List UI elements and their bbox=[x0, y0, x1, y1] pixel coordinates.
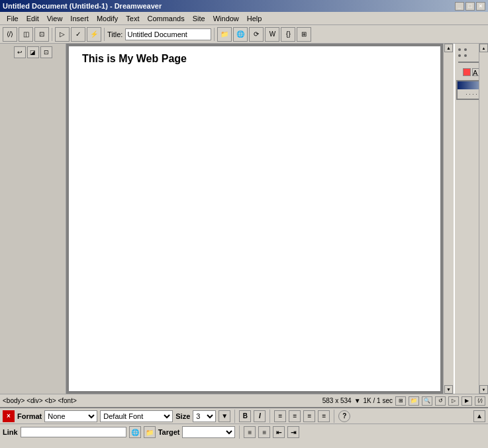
toolbar-separator-1 bbox=[52, 28, 52, 41]
browser-button[interactable]: ▷ bbox=[55, 27, 70, 42]
debug-button[interactable]: ⟳ bbox=[249, 27, 264, 42]
window-title: Untitled Document (Untitled-1) - Dreamwe… bbox=[3, 2, 455, 10]
far-right-panel: A × · · · · ▲ ▼ bbox=[454, 44, 488, 394]
right-scrollbar: ▲ ▼ bbox=[443, 44, 454, 394]
validate-button[interactable]: ✓ bbox=[71, 27, 85, 42]
status-btn-4[interactable]: ↺ bbox=[435, 396, 446, 406]
check-links-button[interactable]: ⚡ bbox=[87, 27, 101, 42]
scroll-track[interactable] bbox=[444, 52, 454, 385]
status-btn-3[interactable]: 🔍 bbox=[422, 396, 432, 406]
format-label: Format bbox=[17, 412, 42, 420]
menu-modify[interactable]: Modify bbox=[93, 13, 122, 24]
target-select[interactable] bbox=[182, 426, 235, 438]
properties-bar: × Format None Paragraph Heading 1 Headin… bbox=[0, 407, 488, 440]
menu-commands[interactable]: Commands bbox=[143, 13, 188, 24]
align-right-button[interactable]: ≡ bbox=[303, 410, 315, 422]
view-design-button[interactable]: ⊡ bbox=[34, 27, 49, 42]
toolbar-separator-3 bbox=[214, 28, 215, 41]
menu-bar: File Edit View Insert Modify Text Comman… bbox=[0, 12, 488, 25]
main-area: ↩ ◪ ⊡ This is My Web Page ▲ ▼ bbox=[0, 44, 488, 394]
menu-window[interactable]: Window bbox=[209, 13, 243, 24]
view-code-button[interactable]: ⟨/⟩ bbox=[3, 27, 17, 42]
far-right-scrollbar: ▲ ▼ bbox=[479, 44, 488, 394]
title-bar: Untitled Document (Untitled-1) - Dreamwe… bbox=[0, 0, 488, 12]
prop-sep4 bbox=[239, 426, 240, 439]
format-select[interactable]: None Paragraph Heading 1 Heading 2 bbox=[44, 410, 97, 422]
left-panel: ↩ ◪ ⊡ bbox=[0, 44, 66, 394]
menu-insert[interactable]: Insert bbox=[66, 13, 93, 24]
maximize-button[interactable]: □ bbox=[465, 2, 475, 11]
menu-help[interactable]: Help bbox=[243, 13, 266, 24]
mini-panel-text: · · · · bbox=[465, 91, 477, 97]
status-btn-6[interactable]: ▶ bbox=[462, 396, 472, 406]
bold-button[interactable]: B bbox=[239, 410, 251, 422]
menu-site[interactable]: Site bbox=[189, 13, 209, 24]
document-area[interactable]: This is My Web Page bbox=[66, 44, 443, 394]
expand-panel: ▲ bbox=[353, 410, 485, 422]
menu-text[interactable]: Text bbox=[122, 13, 143, 24]
minimize-button[interactable]: _ bbox=[455, 2, 464, 11]
align-left-button[interactable]: ≡ bbox=[274, 410, 286, 422]
visual-aids-button[interactable]: ⊞ bbox=[297, 27, 311, 42]
color-red[interactable] bbox=[463, 68, 471, 76]
help-button[interactable]: ? bbox=[338, 410, 350, 422]
status-right: 583 x 534 ▼ 1K / 1 sec ⊞ 📁 🔍 ↺ ▷ ▶ ⟨/⟩ bbox=[322, 396, 485, 406]
font-select[interactable]: Default Font Arial bbox=[100, 410, 173, 422]
status-btn-5[interactable]: ▷ bbox=[448, 396, 459, 406]
w3c-button[interactable]: W bbox=[265, 27, 279, 42]
italic-button[interactable]: I bbox=[254, 410, 266, 422]
status-btn-1[interactable]: ⊞ bbox=[395, 396, 406, 406]
far-scroll-down[interactable]: ▼ bbox=[479, 385, 488, 394]
indent-in-button[interactable]: ⇥ bbox=[287, 426, 299, 438]
document-canvas[interactable]: This is My Web Page bbox=[69, 46, 440, 391]
scroll-up-button[interactable]: ▲ bbox=[444, 44, 453, 52]
tag-breadcrumb: <body> <div> <b> <font> bbox=[3, 397, 322, 404]
close-button[interactable]: × bbox=[476, 2, 485, 11]
target-label: Target bbox=[158, 428, 180, 436]
link-folder-button[interactable]: 📁 bbox=[144, 426, 156, 438]
title-input[interactable] bbox=[125, 28, 211, 40]
view-split-button[interactable]: ◫ bbox=[19, 27, 33, 42]
align-justify-button[interactable]: ≡ bbox=[318, 410, 330, 422]
link-input[interactable] bbox=[21, 427, 126, 437]
left-tool-1[interactable]: ↩ bbox=[14, 46, 26, 58]
align-center-button[interactable]: ≡ bbox=[289, 410, 301, 422]
status-btn-7[interactable]: ⟨/⟩ bbox=[475, 396, 485, 406]
dimensions-display: 583 x 534 bbox=[322, 397, 352, 404]
status-btn-2[interactable]: 📁 bbox=[409, 396, 419, 406]
list-ol-button[interactable]: ≡ bbox=[258, 426, 270, 438]
file-size-display: 1K / 1 sec bbox=[364, 397, 393, 404]
tag-inspector-button[interactable]: {} bbox=[281, 27, 295, 42]
left-tool-3[interactable]: ⊡ bbox=[40, 46, 52, 58]
menu-edit[interactable]: Edit bbox=[23, 13, 43, 24]
toolbar-separator-2 bbox=[104, 28, 105, 41]
dots-pattern bbox=[456, 46, 469, 59]
title-label: Title: bbox=[107, 30, 122, 38]
left-tool-2[interactable]: ◪ bbox=[27, 46, 39, 58]
size-label: Size bbox=[175, 412, 190, 420]
scroll-down-button[interactable]: ▼ bbox=[444, 385, 453, 394]
expand-button[interactable]: ▲ bbox=[473, 410, 485, 422]
size-down-button[interactable]: ▼ bbox=[219, 410, 230, 422]
prop-row-1: × Format None Paragraph Heading 1 Headin… bbox=[0, 408, 488, 424]
prop-sep3 bbox=[334, 410, 334, 423]
document-text[interactable]: This is My Web Page bbox=[69, 46, 440, 71]
far-scroll-up[interactable]: ▲ bbox=[479, 44, 488, 52]
menu-file[interactable]: File bbox=[3, 13, 23, 24]
size-select[interactable]: 3 124567 bbox=[193, 410, 216, 422]
main-toolbar: ⟨/⟩ ◫ ⊡ ▷ ✓ ⚡ Title: 📁 🌐 ⟳ W {} ⊞ bbox=[0, 25, 488, 44]
title-field-group: Title: bbox=[107, 28, 211, 40]
prop-sep2 bbox=[269, 410, 270, 423]
prop-row-2: Link 🌐 📁 Target ≡ ≡ ⇤ ⇥ bbox=[0, 424, 488, 440]
preview-browser-button[interactable]: 🌐 bbox=[233, 27, 248, 42]
prop-sep1 bbox=[234, 410, 235, 423]
list-ul-button[interactable]: ≡ bbox=[244, 426, 256, 438]
menu-view[interactable]: View bbox=[43, 13, 67, 24]
link-browse-button[interactable]: 🌐 bbox=[129, 426, 141, 438]
far-scroll-track[interactable] bbox=[479, 52, 488, 385]
dimension-arrow: ▼ bbox=[354, 397, 361, 404]
prop-close-button[interactable]: × bbox=[3, 410, 15, 422]
indent-out-button[interactable]: ⇤ bbox=[273, 426, 285, 438]
link-label: Link bbox=[3, 428, 18, 436]
file-management-button[interactable]: 📁 bbox=[217, 27, 232, 42]
